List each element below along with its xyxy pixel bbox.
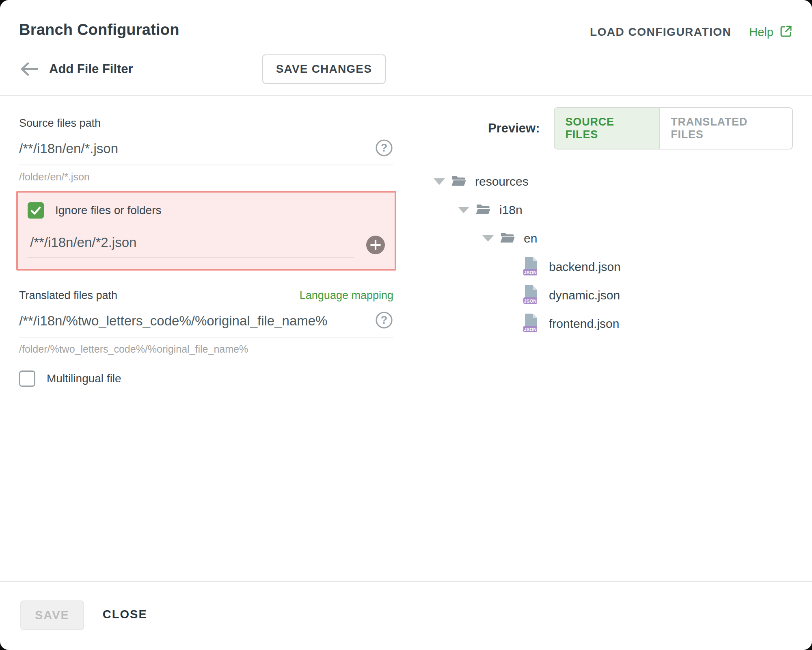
preview-label: Preview: xyxy=(488,121,540,136)
source-path-help-icon[interactable]: ? xyxy=(375,139,393,159)
tree-item-name: i18n xyxy=(499,203,523,217)
preview-mode-toggle: SOURCE FILES TRANSLATED FILES xyxy=(554,107,793,150)
source-files-path-label: Source files path xyxy=(19,117,393,130)
tree-row-file[interactable]: JSON backend.json xyxy=(412,253,793,281)
multilingual-file-row[interactable]: Multilingual file xyxy=(19,370,393,387)
preview-pane: Preview: SOURCE FILES TRANSLATED FILES xyxy=(412,107,793,581)
svg-text:?: ? xyxy=(381,142,388,154)
subtitle-add-file-filter: Add File Filter xyxy=(49,62,133,76)
close-button[interactable]: CLOSE xyxy=(103,600,147,628)
add-ignore-pattern-button[interactable] xyxy=(366,236,385,254)
folder-icon xyxy=(500,232,515,245)
tree-row-folder[interactable]: en xyxy=(412,224,793,253)
expand-triangle-icon[interactable] xyxy=(434,178,445,185)
ignore-files-checkbox-row[interactable]: Ignore files or folders xyxy=(28,202,385,219)
ignore-pattern-input[interactable] xyxy=(30,235,203,250)
svg-text:JSON: JSON xyxy=(524,270,536,275)
json-file-icon: JSON xyxy=(523,256,539,277)
page-title: Branch Configuration xyxy=(19,21,179,39)
tree-item-name: resources xyxy=(475,175,529,188)
json-file-icon: JSON xyxy=(523,313,539,334)
tree-row-folder[interactable]: resources xyxy=(412,167,793,196)
dialog-header: Branch Configuration LOAD CONFIGURATION … xyxy=(0,0,812,96)
expand-triangle-icon[interactable] xyxy=(482,235,494,242)
svg-text:JSON: JSON xyxy=(524,327,536,332)
external-link-icon xyxy=(779,24,793,40)
svg-text:?: ? xyxy=(381,314,388,326)
ignore-files-checkbox-checked[interactable] xyxy=(28,202,44,219)
multilingual-file-label: Multilingual file xyxy=(47,372,121,385)
tree-item-name: frontend.json xyxy=(549,317,619,331)
ignore-files-checkbox-label: Ignore files or folders xyxy=(55,204,161,217)
save-changes-button[interactable]: SAVE CHANGES xyxy=(262,54,386,84)
expand-triangle-icon[interactable] xyxy=(458,207,469,213)
help-link-label: Help xyxy=(749,26,773,39)
file-filter-form: Source files path ? /folder/en/*.json xyxy=(19,117,393,581)
ignore-files-panel: Ignore files or folders xyxy=(16,191,396,271)
help-link[interactable]: Help xyxy=(749,24,793,40)
svg-text:JSON: JSON xyxy=(524,299,536,303)
tab-translated-files[interactable]: TRANSLATED FILES xyxy=(660,108,792,149)
json-file-icon: JSON xyxy=(523,285,539,306)
multilingual-file-checkbox-unchecked[interactable] xyxy=(19,370,35,387)
tab-source-files[interactable]: SOURCE FILES xyxy=(555,108,660,149)
source-files-path-hint: /folder/en/*.json xyxy=(19,171,393,183)
plus-icon xyxy=(370,240,381,250)
back-arrow-icon[interactable] xyxy=(19,62,39,76)
file-tree: resources i18n xyxy=(412,167,793,338)
folder-icon xyxy=(476,204,490,217)
tree-row-file[interactable]: JSON dynamic.json xyxy=(412,281,793,310)
translated-files-path-label: Translated files path xyxy=(19,289,117,302)
tree-item-name: en xyxy=(524,232,537,245)
save-button[interactable]: SAVE xyxy=(20,600,84,630)
tree-item-name: dynamic.json xyxy=(549,288,620,302)
dialog-body: Source files path ? /folder/en/*.json xyxy=(0,96,812,581)
translated-files-path-input[interactable] xyxy=(19,313,375,329)
dialog-footer: SAVE CLOSE xyxy=(0,581,812,650)
load-configuration-button[interactable]: LOAD CONFIGURATION xyxy=(590,26,731,39)
branch-configuration-dialog: Branch Configuration LOAD CONFIGURATION … xyxy=(0,0,812,650)
tree-row-folder[interactable]: i18n xyxy=(412,196,793,224)
translated-path-help-icon[interactable]: ? xyxy=(375,311,393,331)
folder-icon xyxy=(451,175,466,188)
tree-item-name: backend.json xyxy=(549,260,621,274)
translated-files-path-hint: /folder/%two_letters_code%/%original_fil… xyxy=(19,343,393,355)
tree-row-file[interactable]: JSON frontend.json xyxy=(412,310,793,338)
source-files-path-input[interactable] xyxy=(19,141,375,156)
language-mapping-link[interactable]: Language mapping xyxy=(300,289,393,302)
